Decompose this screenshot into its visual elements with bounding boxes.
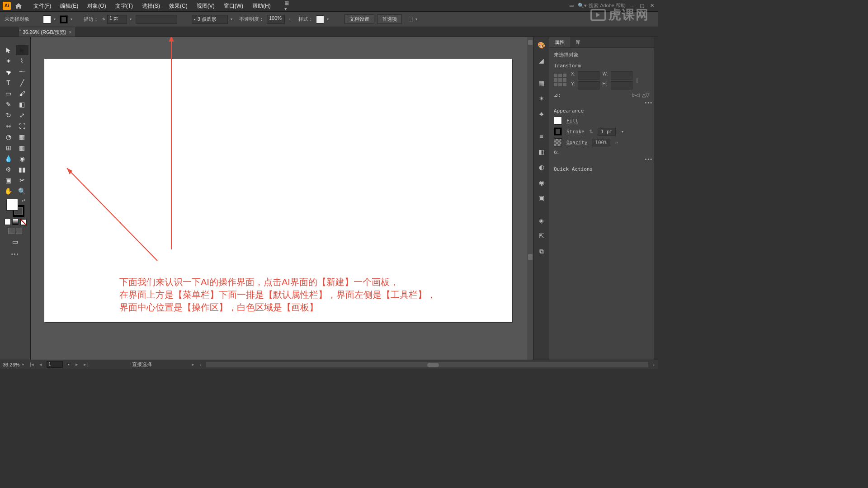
menu-effect[interactable]: 效果(C): [165, 0, 192, 12]
fill-label[interactable]: Fill: [566, 118, 579, 124]
blend-tool[interactable]: ◉: [16, 154, 28, 164]
lasso-tool[interactable]: ⌇: [16, 56, 28, 66]
free-transform-tool[interactable]: ⛶: [16, 121, 28, 131]
home-icon[interactable]: [14, 2, 23, 10]
brushes-panel-icon[interactable]: ✶: [537, 94, 546, 103]
rotate-tool[interactable]: ↻: [2, 110, 15, 120]
more-options-icon[interactable]: •••: [645, 156, 653, 162]
perspective-tool[interactable]: ▦: [16, 132, 28, 142]
more-options-icon[interactable]: •••: [645, 100, 653, 105]
brush-definition[interactable]: ● 3 点圆形 ▾: [192, 15, 234, 24]
y-field[interactable]: [578, 81, 599, 89]
link-wh-icon[interactable]: ⟦: [636, 78, 638, 84]
opacity-value[interactable]: 100%: [592, 139, 610, 146]
stroke-panel-icon[interactable]: ≡: [537, 132, 546, 141]
none-mode-icon[interactable]: [20, 219, 26, 225]
zoom-tool[interactable]: 🔍: [16, 186, 28, 196]
slice-tool[interactable]: ✂: [16, 175, 28, 185]
window-minimize-icon[interactable]: ─: [628, 2, 636, 9]
align-to-picker[interactable]: ⬚ ▾: [408, 16, 419, 22]
rectangle-tool[interactable]: ▭: [2, 89, 15, 99]
appearance-panel-icon[interactable]: ◉: [537, 178, 546, 187]
fill-swatch-picker[interactable]: ▾: [43, 15, 57, 23]
eyedropper-tool[interactable]: 💧: [2, 154, 15, 164]
next-artboard-button[interactable]: ▸: [75, 361, 79, 367]
last-artboard-button[interactable]: ▸|: [83, 361, 89, 367]
x-field[interactable]: [578, 71, 599, 80]
opacity-swatch-icon[interactable]: [554, 138, 562, 146]
artboard-number-input[interactable]: [47, 361, 63, 368]
menu-edit[interactable]: 编辑(E): [56, 0, 83, 12]
stroke-swatch-picker[interactable]: ▾: [60, 15, 74, 23]
graphic-style-picker[interactable]: ▾: [316, 15, 330, 23]
tab-libraries[interactable]: 库: [570, 37, 586, 47]
gradient-mode-icon[interactable]: [12, 219, 19, 225]
swap-fill-stroke-icon[interactable]: ⇄: [22, 198, 25, 203]
h-field[interactable]: [611, 81, 632, 89]
opacity-flyout-icon[interactable]: ›: [288, 17, 292, 22]
scale-tool[interactable]: ⤢: [16, 110, 28, 120]
menu-view[interactable]: 视图(V): [192, 0, 219, 12]
color-panel-icon[interactable]: 🎨: [537, 41, 546, 50]
tab-overflow-icon[interactable]: »: [19, 28, 21, 33]
layers-panel-icon[interactable]: ◈: [537, 216, 546, 225]
artboard-tool[interactable]: ▣: [2, 175, 15, 185]
stroke-weight-value[interactable]: 1 pt: [598, 128, 616, 136]
flip-h-icon[interactable]: ▷◁: [632, 92, 639, 98]
gradient-tool[interactable]: ▥: [16, 143, 28, 153]
column-graph-tool[interactable]: ▮▮: [16, 164, 28, 174]
symbol-sprayer-tool[interactable]: ⚙: [2, 164, 15, 174]
chevron-down-icon[interactable]: ▾: [620, 129, 625, 134]
line-tool[interactable]: ╱: [16, 78, 28, 88]
first-artboard-button[interactable]: |◂: [29, 361, 35, 367]
transparency-panel-icon[interactable]: ◐: [537, 163, 546, 172]
type-tool[interactable]: T: [2, 78, 15, 88]
w-field[interactable]: [611, 71, 632, 80]
arrange-docs-icon[interactable]: ▦ ▾: [284, 2, 292, 9]
mesh-tool[interactable]: ⊞: [2, 143, 15, 153]
window-close-icon[interactable]: ✕: [648, 2, 656, 9]
prev-artboard-button[interactable]: ◂: [38, 361, 43, 367]
variable-width-profile[interactable]: [136, 15, 177, 24]
direct-selection-tool[interactable]: [16, 45, 28, 55]
menu-select[interactable]: 选择(S): [137, 0, 165, 12]
vertical-scrollbar[interactable]: [527, 37, 533, 360]
paintbrush-tool[interactable]: 🖌: [16, 89, 28, 99]
scroll-right-icon[interactable]: ›: [652, 362, 656, 367]
menu-file[interactable]: 文件(F): [29, 0, 56, 12]
fill-stroke-control[interactable]: ⇄: [6, 199, 24, 217]
curvature-tool[interactable]: 〰: [16, 67, 28, 77]
graphic-styles-panel-icon[interactable]: ▣: [537, 193, 546, 202]
width-tool[interactable]: ⇿: [2, 121, 15, 131]
magic-wand-tool[interactable]: ✦: [2, 56, 15, 66]
menu-type[interactable]: 文字(T): [111, 0, 137, 12]
close-icon[interactable]: ×: [69, 30, 72, 35]
preferences-button[interactable]: 首选项: [377, 14, 402, 24]
edit-toolbar-icon[interactable]: •••: [11, 251, 19, 257]
gradient-panel-icon[interactable]: ◧: [537, 147, 546, 156]
canvas-area[interactable]: 下面我们来认识一下AI的操作界面，点击AI界面的【新建】一个画板， 在界面上方是…: [31, 37, 533, 360]
screen-mode-tool[interactable]: ▭: [9, 237, 22, 247]
stroke-swatch-icon[interactable]: [554, 127, 562, 136]
tab-close-all-icon[interactable]: ×: [25, 28, 28, 33]
fill-swatch-icon[interactable]: [554, 117, 562, 125]
status-flyout-icon[interactable]: ▸: [191, 361, 195, 367]
color-mode-icon[interactable]: [5, 219, 11, 225]
opacity-label[interactable]: Opacity: [566, 140, 587, 145]
scroll-left-icon[interactable]: ‹: [199, 362, 203, 367]
stroke-weight-stepper[interactable]: ⇅ 1 pt ▾: [101, 15, 133, 24]
hand-tool[interactable]: ✋: [2, 186, 15, 196]
shape-builder-tool[interactable]: ◔: [2, 132, 15, 142]
horizontal-scrollbar[interactable]: [206, 362, 649, 367]
eraser-tool[interactable]: ◧: [16, 99, 28, 109]
opacity-flyout-icon[interactable]: ›: [615, 140, 619, 145]
menu-help[interactable]: 帮助(H): [248, 0, 275, 12]
menu-window[interactable]: 窗口(W): [219, 0, 248, 12]
color-guide-panel-icon[interactable]: ◢: [537, 56, 546, 65]
draw-normal-icon[interactable]: [8, 228, 14, 234]
chevron-down-icon[interactable]: ▾: [66, 362, 71, 367]
reference-point-grid[interactable]: [554, 74, 567, 87]
stroke-weight-value[interactable]: 1 pt: [107, 15, 127, 24]
menu-object[interactable]: 对象(O): [83, 0, 110, 12]
stroke-label[interactable]: Stroke: [566, 129, 585, 135]
